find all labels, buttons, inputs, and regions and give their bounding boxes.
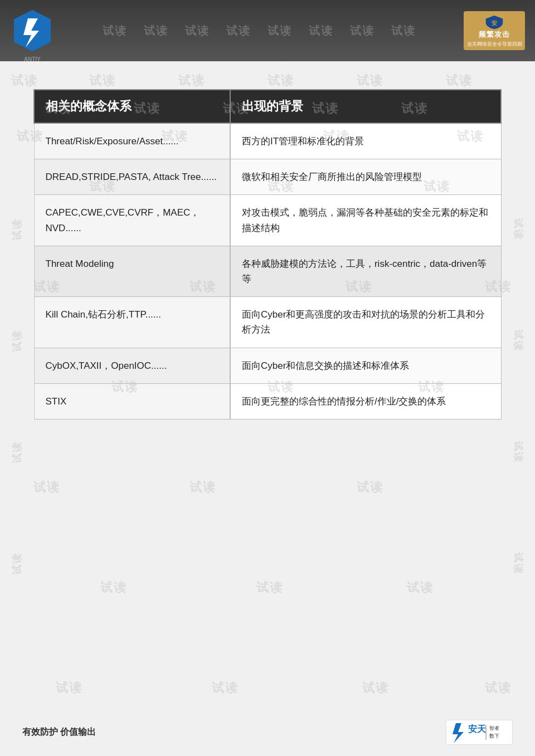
hw5: 试读 bbox=[268, 23, 292, 38]
brand-top-text: 频繁攻击 bbox=[479, 30, 510, 40]
table-header-row: 相关的概念体系 出现的背景 bbox=[34, 90, 501, 123]
hw1: 试读 bbox=[103, 23, 127, 38]
watermark-t14: 试读 bbox=[100, 579, 127, 596]
cell-right-3: 各种威胁建模的方法论，工具，risk-centric，data-driven等等 bbox=[230, 246, 501, 296]
footer-slogan: 有效防护 价值输出 bbox=[22, 726, 96, 738]
footer-logo-svg: 安天 智者 数下 bbox=[451, 722, 507, 743]
hw3: 试读 bbox=[185, 23, 210, 38]
watermark-side-4: 试读 bbox=[10, 553, 23, 575]
brand-logo-box: 安 频繁攻击 业关网络安全令导第四期 bbox=[464, 11, 525, 50]
svg-text:智者: 智者 bbox=[489, 725, 499, 731]
footer-logo: 安天 智者 数下 bbox=[446, 720, 513, 745]
watermark-side-8: 试读 bbox=[512, 553, 525, 575]
cell-left-5: CybOX,TAXII，OpenIOC...... bbox=[34, 348, 230, 383]
watermark-t15: 试读 bbox=[256, 579, 283, 596]
watermark-t12: 试读 bbox=[189, 479, 216, 496]
cell-left-3: Threat Modeling bbox=[34, 246, 230, 296]
watermark-t16: 试读 bbox=[407, 579, 434, 596]
table-row: CybOX,TAXII，OpenIOC......面向Cyber和信息交换的描述… bbox=[34, 348, 501, 383]
watermark-t13: 试读 bbox=[357, 479, 383, 496]
cell-right-5: 面向Cyber和信息交换的描述和标准体系 bbox=[230, 348, 501, 383]
watermark-t19: 试读 bbox=[362, 680, 389, 696]
brand-icon-svg: 安 bbox=[484, 14, 504, 30]
table-row: CAPEC,CWE,CVE,CVRF，MAEC，NVD......对攻击模式，脆… bbox=[34, 195, 501, 246]
brand-bottom-text: 业关网络安全令导第四期 bbox=[467, 41, 522, 48]
cell-right-0: 西方的IT管理和标准化的背景 bbox=[230, 123, 501, 159]
header-brand: 安 频繁攻击 业关网络安全令导第四期 bbox=[464, 11, 525, 50]
logo-label: ANTIY bbox=[10, 56, 55, 62]
svg-text:数下: 数下 bbox=[489, 733, 499, 739]
hw2: 试读 bbox=[144, 23, 168, 38]
watermark-t20: 试读 bbox=[485, 680, 512, 696]
cell-right-1: 微软和相关安全厂商所推出的风险管理模型 bbox=[230, 159, 501, 195]
hw6: 试读 bbox=[309, 23, 333, 38]
header: ANTIY 试读 试读 试读 试读 试读 试读 试读 试读 安 频繁攻击 业关网… bbox=[0, 0, 535, 61]
watermark-t17: 试读 bbox=[56, 680, 82, 696]
hw7: 试读 bbox=[350, 23, 374, 38]
logo-svg bbox=[10, 8, 55, 53]
header-watermarks: 试读 试读 试读 试读 试读 试读 试读 试读 bbox=[55, 23, 464, 38]
concept-table: 相关的概念体系 出现的背景 Threat/Risk/Exposure/Asset… bbox=[33, 89, 502, 420]
table-row: DREAD,STRIDE,PASTA, Attack Tree......微软和… bbox=[34, 159, 501, 195]
cell-left-2: CAPEC,CWE,CVE,CVRF，MAEC，NVD...... bbox=[34, 195, 230, 246]
cell-left-0: Threat/Risk/Exposure/Asset...... bbox=[34, 123, 230, 159]
svg-marker-3 bbox=[453, 723, 464, 743]
table-row: Threat Modeling各种威胁建模的方法论，工具，risk-centri… bbox=[34, 246, 501, 296]
cell-right-2: 对攻击模式，脆弱点，漏洞等各种基础的安全元素的标定和描述结构 bbox=[230, 195, 501, 246]
col-right-header: 出现的背景 bbox=[230, 90, 501, 123]
table-row: Kill Chain,钻石分析,TTP......面向Cyber和更高强度的攻击… bbox=[34, 297, 501, 348]
hw4: 试读 bbox=[226, 23, 251, 38]
col-left-header: 相关的概念体系 bbox=[34, 90, 230, 123]
svg-text:安天: 安天 bbox=[468, 724, 487, 734]
watermark-side-3: 试读 bbox=[10, 441, 23, 464]
main-content: 相关的概念体系 出现的背景 Threat/Risk/Exposure/Asset… bbox=[0, 61, 535, 436]
watermark-side-7: 试读 bbox=[512, 441, 525, 464]
watermark-t18: 试读 bbox=[212, 680, 239, 696]
cell-right-4: 面向Cyber和更高强度的攻击和对抗的场景的分析工具和分析方法 bbox=[230, 297, 501, 348]
svg-text:安: 安 bbox=[491, 20, 497, 26]
cell-left-4: Kill Chain,钻石分析,TTP...... bbox=[34, 297, 230, 348]
cell-left-1: DREAD,STRIDE,PASTA, Attack Tree...... bbox=[34, 159, 230, 195]
hw8: 试读 bbox=[391, 23, 416, 38]
table-row: Threat/Risk/Exposure/Asset......西方的IT管理和… bbox=[34, 123, 501, 159]
footer-logo-image: 安天 智者 数下 bbox=[446, 720, 513, 745]
footer: 有效防护 价值输出 安天 智者 数下 bbox=[0, 720, 535, 745]
watermark-t11: 试读 bbox=[33, 479, 60, 496]
table-row: STIX面向更完整的综合性的情报分析/作业/交换的体系 bbox=[34, 383, 501, 419]
cell-right-6: 面向更完整的综合性的情报分析/作业/交换的体系 bbox=[230, 383, 501, 419]
cell-left-6: STIX bbox=[34, 383, 230, 419]
antiy-logo: ANTIY bbox=[10, 8, 55, 53]
